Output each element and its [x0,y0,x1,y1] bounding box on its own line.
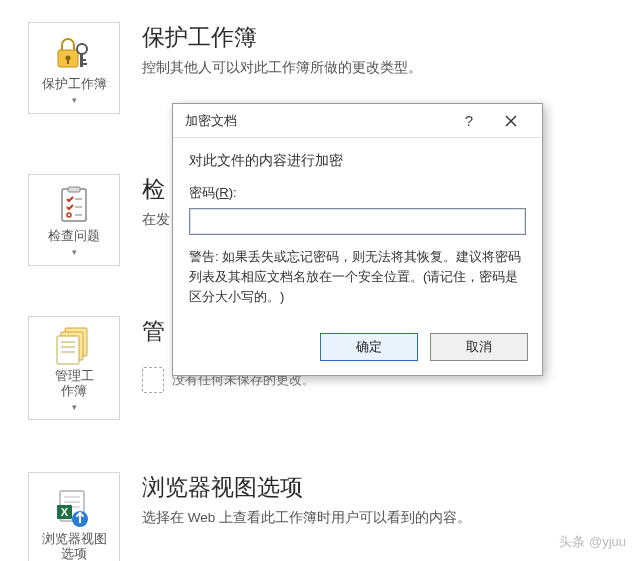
chevron-down-icon: ▾ [72,95,77,106]
password-label: 密码(R): [189,184,526,202]
svg-rect-2 [67,59,69,64]
checklist-icon [52,185,96,225]
tile-inspect-issues[interactable]: 检查问题 ▾ [28,174,120,266]
dialog-title-text: 加密文档 [185,112,237,130]
section-protect: 保护工作簿 控制其他人可以对此工作簿所做的更改类型。 [142,22,422,77]
help-button[interactable]: ? [448,106,490,136]
ok-button[interactable]: 确定 [320,333,418,361]
svg-rect-7 [62,189,86,221]
section-title: 浏览器视图选项 [142,472,471,503]
section-inspect: 检 在发 [142,174,170,229]
chevron-down-icon: ▾ [72,247,77,258]
svg-rect-6 [83,59,86,61]
close-icon [505,115,517,127]
chevron-down-icon: ▾ [72,402,77,413]
svg-text:X: X [61,506,69,518]
tile-label: 浏览器视图 选项 [42,532,107,561]
cancel-button[interactable]: 取消 [430,333,528,361]
dialog-titlebar: 加密文档 ? [173,104,542,138]
svg-point-3 [77,44,87,54]
svg-rect-5 [83,63,87,65]
section-title: 保护工作簿 [142,22,422,53]
document-stack-icon [52,325,96,365]
password-warning: 警告: 如果丢失或忘记密码，则无法将其恢复。建议将密码列表及其相应文档名放在一个… [189,247,526,307]
excel-globe-icon: X [52,488,96,528]
tile-manage-workbook[interactable]: 管理工 作簿 ▾ [28,316,120,420]
watermark: 头条 @yjuu [559,533,626,551]
password-input[interactable] [189,208,526,235]
svg-rect-15 [57,336,79,364]
section-desc: 选择在 Web 上查看此工作簿时用户可以看到的内容。 [142,509,471,527]
section-desc: 控制其他人可以对此工作簿所做的更改类型。 [142,59,422,77]
lock-key-icon [52,33,96,73]
svg-rect-8 [68,187,80,192]
close-button[interactable] [490,106,532,136]
section-browser: 浏览器视图选项 选择在 Web 上查看此工作簿时用户可以看到的内容。 [142,472,471,527]
tile-label: 保护工作簿 [42,77,107,92]
section-title-partial: 检 [142,174,170,205]
svg-rect-4 [80,53,83,67]
tile-label: 检查问题 [48,229,100,244]
encrypt-document-dialog: 加密文档 ? 对此文件的内容进行加密 密码(R): 警告: 如果丢失或忘记密码，… [172,103,543,376]
tile-browser-view[interactable]: X 浏览器视图 选项 [28,472,120,561]
tile-label: 管理工 作簿 [55,369,94,399]
section-desc-partial: 在发 [142,211,170,229]
tile-protect-workbook[interactable]: 保护工作簿 ▾ [28,22,120,114]
dialog-heading: 对此文件的内容进行加密 [189,152,526,170]
empty-doc-icon [142,367,164,393]
